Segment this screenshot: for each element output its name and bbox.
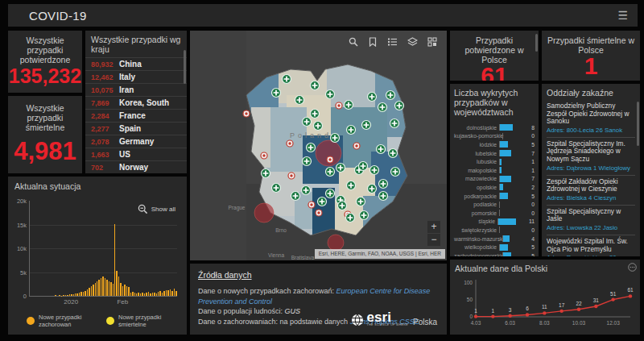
country-row[interactable]: 10,075Iran [85,83,187,96]
voivodeship-row[interactable]: podlaskie0 [454,200,535,209]
hospital-item[interactable]: Szpital Specjalistyczny Im. Jędrzeja Śni… [547,138,635,176]
hospital-marker[interactable] [314,122,323,131]
voivodeship-row[interactable]: mazowieckie7 [454,175,535,184]
case-marker[interactable] [288,173,295,179]
case-marker[interactable] [308,202,315,208]
hospital-marker[interactable] [307,143,316,152]
hospital-marker[interactable] [326,189,335,198]
hospital-marker[interactable] [359,162,368,171]
voivodeship-row[interactable]: dolnośląskie8 [454,123,535,132]
countries-scrollbar[interactable] [184,50,186,84]
voivodeship-row[interactable]: opolskie2 [454,183,535,192]
hospital-marker[interactable] [291,192,300,201]
voivodeship-row[interactable]: wielkopolskie5 [454,243,535,252]
hospital-marker[interactable] [311,110,320,119]
country-row[interactable]: 2,284France [85,109,187,122]
hamburger-icon[interactable]: ☰ [617,10,628,21]
hospital-marker[interactable] [379,180,388,189]
voivodeship-row[interactable]: kujawsko-pomorskie0 [454,132,535,141]
hospital-marker[interactable] [390,119,399,128]
hospital-marker[interactable] [326,168,335,177]
hospital-marker[interactable] [389,149,398,158]
case-marker[interactable] [316,210,322,216]
hospital-marker[interactable] [272,184,281,193]
source-link[interactable]: GUS [285,307,301,315]
hospital-marker[interactable] [303,118,312,127]
hospital-marker[interactable] [295,96,304,105]
case-marker[interactable] [327,156,333,163]
voivodeship-row[interactable]: zachodniopomorskie5 [454,252,535,256]
voivodeship-row[interactable]: świętokrzyskie0 [454,226,535,235]
poland-confirmed-scrollbar[interactable] [535,34,538,52]
hospital-marker[interactable] [391,168,400,177]
poland-map[interactable] [190,31,447,260]
hospital-marker[interactable] [336,164,345,173]
hospital-item[interactable]: Samodzielny Publiczny Zespół Opieki Zdro… [547,100,635,138]
country-row[interactable]: 702Norway [85,160,187,173]
search-icon[interactable] [349,37,358,47]
line-point [559,310,563,313]
country-row[interactable]: 1,663US [85,148,187,160]
hospital-marker[interactable] [326,90,335,99]
panel-menu-icon[interactable] [628,263,637,272]
hospital-marker[interactable] [368,185,377,193]
layer-list-icon[interactable] [387,37,398,47]
hospital-marker[interactable] [379,192,388,201]
hospital-address: Adres: Dąbrowa 1 Wielogłowy [547,164,635,172]
hospital-item[interactable]: Szpital Specjalistyczny w JaśleAdres: Lw… [547,206,635,235]
hospital-marker[interactable] [347,181,356,190]
hospital-marker[interactable] [347,126,356,135]
hospital-marker[interactable] [272,89,281,98]
voivodeship-row[interactable]: lubelskie7 [454,149,535,158]
hospital-marker[interactable] [302,186,311,195]
voivodeship-row[interactable]: pomorskie0 [454,209,535,218]
hospital-marker[interactable] [311,81,320,90]
situation-plot-area[interactable]: 20k15k10k5k0 2020Feb [29,201,177,297]
hospital-marker[interactable] [395,102,404,110]
hospitals-scrollbar[interactable] [637,102,639,146]
hospital-marker[interactable] [370,166,379,175]
hospital-marker[interactable] [303,157,312,166]
country-row[interactable]: 2,277Spain [85,122,187,135]
country-row[interactable]: 80,932China [85,57,187,70]
hospital-marker[interactable] [357,198,365,206]
overview-icon[interactable] [427,37,437,47]
zoom-out-button[interactable]: − [427,234,440,246]
hospital-marker[interactable] [331,134,340,143]
voivodeship-row[interactable]: łódzkie5 [454,140,535,149]
hospital-marker[interactable] [368,93,377,102]
voivodeship-row[interactable]: małopolskie1 [454,166,535,175]
basemap-icon[interactable] [407,37,418,47]
hospital-marker[interactable] [386,91,395,100]
hospital-marker[interactable] [345,101,353,110]
country-row[interactable]: 7,869Korea, South [85,96,187,109]
voivodeship-row[interactable]: śląskie11 [454,218,535,227]
case-marker[interactable] [287,140,293,147]
situation-bars [31,201,177,296]
poland-daily-plot[interactable]: 10050014.03136.036118.03172210.03315112.… [455,275,635,333]
hospital-marker[interactable] [262,169,270,178]
hospital-marker[interactable] [338,202,347,210]
voivodeship-row[interactable]: warmińsko-mazurskie4 [454,235,535,243]
case-marker[interactable] [353,143,360,149]
case-marker[interactable] [336,102,342,109]
hospital-marker[interactable] [377,145,386,154]
zoom-in-button[interactable]: + [427,221,440,233]
hospital-item[interactable]: Wojewódzki Szpital Im. Św. Ojca Pio w Pr… [547,235,635,256]
voivodeship-row[interactable]: podkarpackie5 [454,192,535,201]
hospital-marker[interactable] [362,121,371,130]
case-marker[interactable] [261,152,267,159]
hospital-marker[interactable] [378,103,387,112]
map-panel[interactable]: PolandPragueBrnoViennaBratislava + − Esr… [190,31,447,260]
hospital-marker[interactable] [318,198,327,206]
bookmark-icon[interactable] [368,37,378,47]
voivodeship-row[interactable]: lubuskie1 [454,157,535,166]
country-row[interactable]: 12,462Italy [85,70,187,83]
case-marker[interactable] [243,110,250,117]
hospital-marker[interactable] [283,75,291,84]
hospital-marker[interactable] [346,214,355,222]
country-row[interactable]: 2,078Germany [85,135,187,148]
panel-voivodeship-chart: Liczba wykrytych przypadków w województw… [450,84,539,256]
hospital-item[interactable]: Zespół Zakładów Opieki Zdrowotnej w Cies… [547,176,635,206]
hospital-marker[interactable] [360,211,369,220]
